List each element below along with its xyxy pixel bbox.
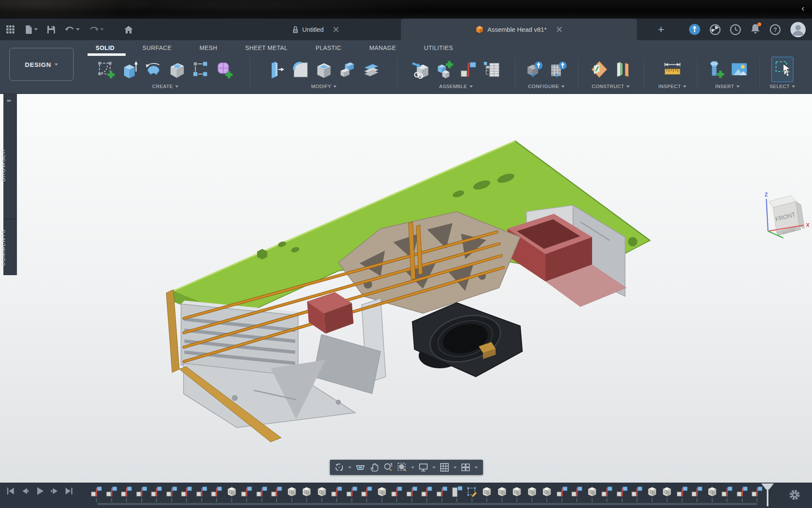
timeline-feature-joint[interactable] <box>241 485 252 502</box>
create-sketch-button[interactable] <box>97 60 115 79</box>
timeline-feature-joint-origin[interactable] <box>451 485 462 502</box>
timeline-feature-joint[interactable] <box>196 485 207 502</box>
timeline-feature-joint[interactable] <box>271 485 282 502</box>
group-label-insert[interactable]: INSERT <box>715 84 740 89</box>
redo-button[interactable] <box>87 24 105 35</box>
timeline-feature-joint[interactable] <box>211 485 222 502</box>
insert-canvas-button[interactable] <box>730 60 748 79</box>
joint-button[interactable] <box>459 60 477 79</box>
new-tab-button[interactable]: + <box>655 23 667 36</box>
timeline-feature-joint[interactable] <box>166 485 177 502</box>
timeline-feature-linked-component[interactable] <box>301 485 312 502</box>
timeline-feature-joint[interactable] <box>737 485 748 502</box>
expand-panel-icon[interactable]: ▸▸ <box>7 97 11 103</box>
group-label-construct[interactable]: CONSTRUCT <box>592 84 630 89</box>
timeline-feature-linked-component[interactable] <box>286 485 297 502</box>
help-button[interactable]: ? <box>770 24 781 35</box>
insert-fastener-button[interactable] <box>707 60 724 79</box>
extensions-icon[interactable] <box>710 24 721 35</box>
undo-button[interactable] <box>63 24 81 35</box>
collapse-chevron-icon[interactable]: ‹ <box>801 3 804 13</box>
group-label-configure[interactable]: CONFIGURE <box>528 84 565 89</box>
look-at-button[interactable] <box>355 462 365 472</box>
orbit-button[interactable] <box>334 462 344 472</box>
timeline-feature-linked-component[interactable] <box>316 485 327 502</box>
timeline-feature-linked-component[interactable] <box>497 485 508 502</box>
save-button[interactable] <box>45 24 57 36</box>
chevron-down-icon[interactable] <box>348 467 351 469</box>
offset-plane-button[interactable] <box>614 60 631 79</box>
timeline-step-back-button[interactable] <box>20 486 30 496</box>
workspace-switcher[interactable]: DESIGN <box>9 48 74 81</box>
tab-utilities[interactable]: UTILITIES <box>423 44 454 52</box>
timeline-skip-start-button[interactable] <box>6 486 15 496</box>
pattern-button[interactable] <box>192 60 210 79</box>
timeline-feature-linked-component[interactable] <box>226 485 237 502</box>
view-cube[interactable]: FRONT BOTTOM Z X <box>757 190 812 240</box>
timeline-feature-joint[interactable] <box>406 485 417 502</box>
timeline-settings-gear-icon[interactable] <box>788 489 801 501</box>
timeline-feature-joint[interactable] <box>571 485 582 502</box>
grid-snap-button[interactable] <box>439 462 450 472</box>
tab-solid[interactable]: SOLID <box>95 44 115 52</box>
shell-button[interactable] <box>315 60 333 79</box>
avatar[interactable] <box>790 22 806 38</box>
pan-button[interactable] <box>369 462 379 472</box>
fit-button[interactable] <box>397 462 407 472</box>
timeline-feature-linked-component[interactable] <box>481 485 492 502</box>
group-label-modify[interactable]: MODIFY <box>311 84 337 89</box>
chevron-down-icon[interactable] <box>453 467 457 469</box>
configure-button[interactable] <box>526 60 543 79</box>
timeline-feature-joint[interactable] <box>601 485 612 502</box>
close-icon[interactable] <box>557 27 562 32</box>
timeline-feature-joint[interactable] <box>557 485 568 502</box>
group-label-select[interactable]: SELECT <box>770 84 796 89</box>
hole-button[interactable] <box>168 60 186 79</box>
timeline-feature-linked-component[interactable] <box>527 485 538 502</box>
chevron-down-icon[interactable] <box>411 467 414 469</box>
offset-face-button[interactable] <box>362 60 380 79</box>
group-label-inspect[interactable]: INSPECT <box>658 84 686 89</box>
timeline-feature-linked-component[interactable] <box>647 485 658 502</box>
timeline-feature-joint[interactable] <box>346 485 357 502</box>
zoom-button[interactable] <box>383 462 393 472</box>
timeline-feature-joint[interactable] <box>331 485 342 502</box>
tab-mesh[interactable]: MESH <box>199 44 218 52</box>
revolve-button[interactable] <box>145 60 162 79</box>
comments-panel-tab[interactable]: COMMENTS <box>0 222 14 273</box>
timeline-feature-joint[interactable] <box>121 485 132 502</box>
model-red-box-left[interactable] <box>307 292 354 334</box>
timeline-feature-linked-component[interactable] <box>511 485 522 502</box>
timeline-feature-linked-component[interactable] <box>587 485 598 502</box>
bom-button[interactable] <box>483 60 500 79</box>
timeline-feature-joint[interactable] <box>256 485 267 502</box>
timeline-feature-joint[interactable] <box>631 485 642 502</box>
model-fan[interactable] <box>412 303 522 377</box>
chevron-down-icon[interactable] <box>432 467 436 469</box>
construct-plane-button[interactable] <box>590 60 608 79</box>
timeline-feature-joint[interactable] <box>391 485 402 502</box>
chevron-down-icon[interactable] <box>475 467 478 469</box>
tab-plastic[interactable]: PLASTIC <box>315 44 342 52</box>
configuration-table-button[interactable] <box>549 60 567 79</box>
timeline-feature-linked-component[interactable] <box>661 485 672 502</box>
document-tab-untitled[interactable]: Untitled <box>239 19 392 40</box>
timeline-feature-joint[interactable] <box>617 485 628 502</box>
group-label-assemble[interactable]: ASSEMBLE <box>439 84 473 89</box>
notifications-button[interactable] <box>750 23 760 36</box>
press-pull-button[interactable] <box>268 60 285 79</box>
new-component-button[interactable] <box>435 60 453 79</box>
timeline-feature-joint[interactable] <box>361 485 372 502</box>
home-button[interactable] <box>122 24 135 36</box>
recent-activity-clock-icon[interactable] <box>730 24 741 35</box>
model-3d[interactable] <box>0 94 812 483</box>
create-form-button[interactable] <box>216 60 233 79</box>
tab-surface[interactable]: SURFACE <box>142 44 173 52</box>
timeline-feature-joint[interactable] <box>106 485 117 502</box>
timeline-feature-joint[interactable] <box>91 485 102 502</box>
timeline-skip-end-button[interactable] <box>64 486 74 496</box>
browser-panel-tab[interactable]: BROWSER <box>0 127 14 203</box>
timeline-feature-joint[interactable] <box>151 485 162 502</box>
timeline-play-button[interactable] <box>35 486 45 496</box>
fillet-button[interactable] <box>291 60 309 79</box>
